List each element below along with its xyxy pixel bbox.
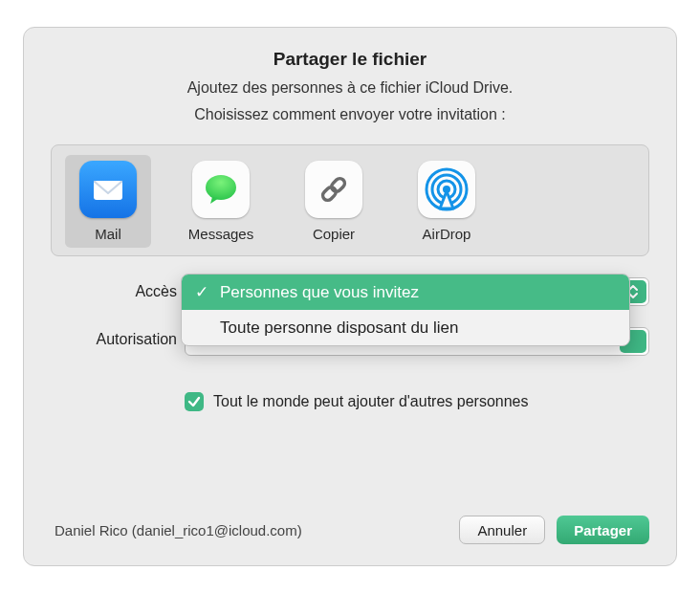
share-dialog: Partager le fichier Ajoutez des personne… xyxy=(23,27,677,566)
access-option-label: Personnes que vous invitez xyxy=(220,283,419,302)
access-dropdown-menu: ✓ Personnes que vous invitez ✓ Toute per… xyxy=(181,274,630,346)
share-method-messages[interactable]: Messages xyxy=(178,155,264,248)
permission-label: Autorisation xyxy=(51,327,185,348)
svg-point-1 xyxy=(206,175,236,200)
dialog-subtitle: Ajoutez des personnes à ce fichier iClou… xyxy=(24,79,676,97)
share-method-label: Copier xyxy=(313,226,355,242)
mail-icon xyxy=(79,161,137,218)
share-method-mail[interactable]: Mail xyxy=(65,155,151,248)
share-method-label: Messages xyxy=(188,226,253,242)
link-icon xyxy=(305,161,362,218)
anyone-can-add-checkbox[interactable] xyxy=(185,392,204,411)
dialog-instruction: Choisissez comment envoyer votre invitat… xyxy=(24,106,676,123)
share-method-copy-link[interactable]: Copier xyxy=(291,155,377,248)
check-icon: ✓ xyxy=(193,282,210,302)
share-method-picker: Mail Messages xyxy=(51,144,649,256)
share-method-label: Mail xyxy=(95,226,121,242)
access-option-label: Toute personne disposant du lien xyxy=(220,318,459,338)
access-option-invited[interactable]: ✓ Personnes que vous invitez xyxy=(182,275,629,310)
svg-rect-3 xyxy=(330,177,347,194)
share-method-label: AirDrop xyxy=(423,226,471,242)
share-button[interactable]: Partager xyxy=(557,516,649,544)
dialog-title: Partager le fichier xyxy=(24,28,676,70)
share-method-airdrop[interactable]: AirDrop xyxy=(404,155,490,248)
access-label: Accès xyxy=(51,277,185,300)
access-option-anyone-with-link[interactable]: ✓ Toute personne disposant du lien xyxy=(182,310,629,345)
airdrop-icon xyxy=(418,161,475,218)
anyone-can-add-label: Tout le monde peut ajouter d'autres pers… xyxy=(213,393,529,410)
svg-rect-2 xyxy=(321,186,339,203)
cancel-button[interactable]: Annuler xyxy=(459,516,545,544)
messages-icon xyxy=(192,161,250,218)
access-dropdown[interactable]: ✓ Personnes que vous invitez ✓ Toute per… xyxy=(185,277,649,310)
current-user: Daniel Rico (daniel_rico1@icloud.com) xyxy=(55,522,448,538)
